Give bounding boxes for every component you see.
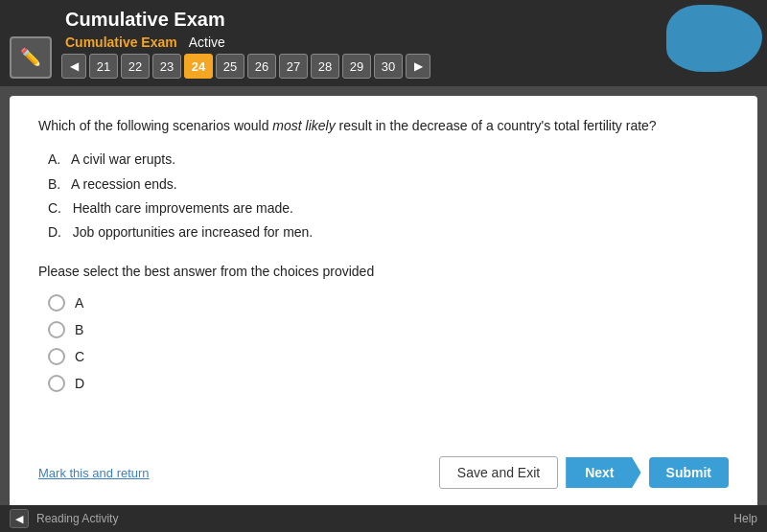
status-left: ◀ Reading Activity bbox=[10, 509, 118, 528]
radio-item-a[interactable]: A bbox=[48, 294, 729, 312]
page-22[interactable]: 22 bbox=[121, 54, 150, 79]
mark-return-link[interactable]: Mark this and return bbox=[38, 466, 150, 480]
question-text-after: result in the decrease of a country's to… bbox=[336, 118, 657, 133]
radio-group: A B C D bbox=[48, 294, 729, 392]
page-21[interactable]: 21 bbox=[89, 54, 118, 79]
page-30[interactable]: 30 bbox=[374, 54, 403, 79]
radio-label-a: A bbox=[75, 295, 83, 311]
page-27[interactable]: 27 bbox=[279, 54, 308, 79]
main-content: Which of the following scenarios would m… bbox=[10, 96, 757, 508]
radio-label-c: C bbox=[75, 349, 84, 364]
question-text-italic: most likely bbox=[272, 118, 335, 133]
radio-circle-d bbox=[48, 375, 65, 392]
page-25[interactable]: 25 bbox=[216, 54, 244, 79]
radio-circle-b bbox=[48, 321, 65, 338]
radio-label-d: D bbox=[75, 376, 84, 391]
page-23[interactable]: 23 bbox=[152, 54, 181, 79]
top-bar: ✏️ Cumulative Exam Cumulative Exam Activ… bbox=[0, 0, 767, 86]
question-text: Which of the following scenarios would m… bbox=[38, 115, 729, 136]
exam-sub-title: Cumulative Exam bbox=[65, 35, 177, 50]
radio-item-d[interactable]: D bbox=[48, 375, 729, 392]
status-bar: ◀ Reading Activity Help bbox=[0, 505, 767, 532]
radio-label-b: B bbox=[75, 322, 83, 337]
page-24-active[interactable]: 24 bbox=[184, 54, 213, 79]
radio-circle-c bbox=[48, 348, 65, 365]
pencil-button[interactable]: ✏️ bbox=[10, 36, 52, 79]
radio-circle-a bbox=[48, 294, 65, 312]
choice-d: D. Job opportunities are increased for m… bbox=[48, 220, 729, 244]
decorative-blob bbox=[666, 5, 762, 72]
next-page-button[interactable]: ▶ bbox=[406, 54, 430, 79]
page-26[interactable]: 26 bbox=[247, 54, 276, 79]
nav-area: Cumulative Exam Cumulative Exam Active ◀… bbox=[61, 9, 430, 79]
exam-title-row: Cumulative Exam bbox=[61, 9, 430, 31]
next-button[interactable]: Next bbox=[566, 457, 640, 488]
choice-a: A. A civil war erupts. bbox=[48, 148, 729, 172]
action-buttons: Save and Exit Next Submit bbox=[439, 456, 729, 489]
submit-button[interactable]: Submit bbox=[649, 457, 729, 488]
radio-item-b[interactable]: B bbox=[48, 321, 729, 338]
choice-b: B. A recession ends. bbox=[48, 173, 729, 197]
page-numbers: ◀ 21 22 23 24 25 26 27 28 29 30 ▶ bbox=[61, 54, 430, 79]
status-right-text: Help bbox=[733, 512, 757, 525]
choices-list: A. A civil war erupts. B. A recession en… bbox=[48, 148, 729, 244]
page-28[interactable]: 28 bbox=[311, 54, 339, 79]
exam-main-title: Cumulative Exam bbox=[65, 9, 225, 31]
question-text-before: Which of the following scenarios would bbox=[38, 118, 272, 133]
bottom-bar: Mark this and return Save and Exit Next … bbox=[38, 456, 729, 489]
status-prev-button[interactable]: ◀ bbox=[10, 509, 29, 528]
page-29[interactable]: 29 bbox=[342, 54, 371, 79]
exam-sub-row: Cumulative Exam Active bbox=[61, 35, 430, 50]
status-left-text: Reading Activity bbox=[36, 512, 118, 525]
radio-item-c[interactable]: C bbox=[48, 348, 729, 365]
save-exit-button[interactable]: Save and Exit bbox=[439, 456, 558, 489]
instruction-text: Please select the best answer from the c… bbox=[38, 264, 729, 279]
exam-status: Active bbox=[189, 35, 225, 50]
prev-page-button[interactable]: ◀ bbox=[61, 54, 86, 79]
choice-c: C. Health care improvements are made. bbox=[48, 197, 729, 220]
